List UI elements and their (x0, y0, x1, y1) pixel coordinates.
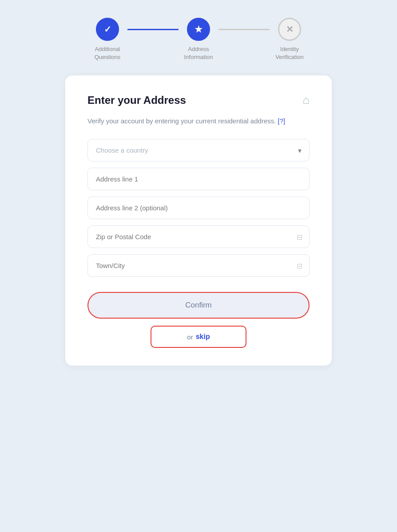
step-label-1: Additional Questions (87, 45, 127, 61)
card-header: Enter your Address ⌂ (87, 93, 310, 107)
zip-code-group: ⊟ (87, 225, 310, 248)
skip-row: or skip (87, 326, 310, 348)
location-icon: ⊟ (297, 261, 302, 270)
skip-or-text: or (187, 333, 193, 341)
stepper: Additional Questions Address Information… (87, 18, 310, 61)
address-line-1-group (87, 168, 310, 190)
town-city-input[interactable] (87, 254, 310, 277)
card-description: Verify your account by entering your cur… (87, 116, 310, 126)
barcode-icon: ⊟ (297, 233, 302, 241)
step-circle-2 (187, 18, 210, 41)
step-circle-3 (278, 18, 301, 41)
step-label-2: Address Information (179, 45, 218, 61)
address-line-1-input[interactable] (87, 168, 310, 190)
step-circle-1 (96, 18, 119, 41)
confirm-button[interactable]: Confirm (87, 292, 310, 319)
card-title: Enter your Address (87, 94, 186, 106)
step-address-information: Address Information (179, 18, 218, 61)
step-identity-verification: Identity Verification (270, 18, 310, 61)
home-icon: ⌂ (302, 93, 310, 107)
step-label-3: Identity Verification (270, 45, 310, 61)
star-icon (195, 24, 202, 35)
skip-button[interactable]: skip (196, 333, 210, 341)
country-select[interactable]: Choose a country (87, 139, 310, 162)
x-icon (286, 24, 294, 35)
description-text: Verify your account by entering your cur… (87, 117, 276, 125)
address-line-2-input[interactable] (87, 197, 310, 219)
address-card: Enter your Address ⌂ Verify your account… (65, 75, 332, 366)
help-link[interactable]: [?] (278, 117, 286, 125)
step-connector-1 (127, 29, 179, 30)
step-additional-questions: Additional Questions (87, 18, 127, 61)
check-icon (104, 24, 111, 35)
skip-wrapper: or skip (151, 326, 246, 348)
town-city-group: ⊟ (87, 254, 310, 277)
step-connector-2 (218, 29, 270, 30)
address-line-2-group (87, 197, 310, 219)
country-select-group: Choose a country ▾ (87, 139, 310, 162)
zip-code-input[interactable] (87, 225, 310, 248)
